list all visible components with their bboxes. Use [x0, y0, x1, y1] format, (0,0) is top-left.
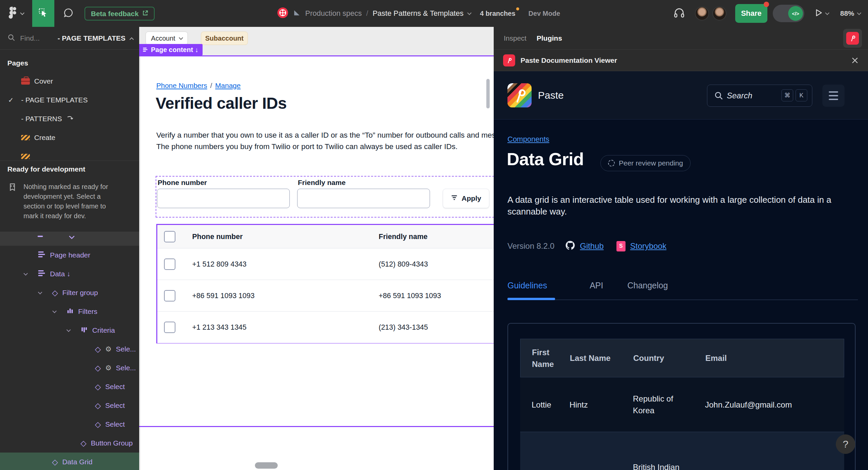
page-item-create[interactable]: Create	[0, 128, 139, 147]
page-item-patterns[interactable]: - PATTERNS	[0, 110, 139, 128]
subaccount-tab[interactable]: Subaccount	[201, 32, 248, 45]
layer-label: Select	[105, 402, 125, 410]
dev-mode-toggle[interactable]: </>	[773, 5, 804, 22]
present-button[interactable]	[814, 8, 823, 19]
status-badge-label: Peer review pending	[619, 159, 683, 167]
audio-call-button[interactable]	[673, 6, 686, 21]
row-checkbox[interactable]	[164, 322, 176, 333]
beta-feedback-button[interactable]: Beta feedback	[85, 7, 155, 21]
grid-cell: British Indian Ocean Territory	[633, 461, 705, 470]
cell-phone-number: +1 512 809 4343	[192, 260, 247, 268]
tab-guidelines[interactable]: Guidelines	[507, 281, 547, 290]
branches-button[interactable]: 4 branches	[480, 10, 516, 18]
page-item-page-templates[interactable]: ✓ - PAGE TEMPLATES	[0, 91, 139, 110]
component-description: A data grid is an interactive table used…	[507, 194, 858, 217]
layer-filter-group[interactable]: ◇ Filter group	[0, 283, 139, 302]
grid-column-country: Country	[633, 352, 705, 364]
figma-logo-icon	[9, 7, 17, 20]
chevron-down-icon[interactable]	[825, 11, 830, 15]
tab-api[interactable]: API	[590, 281, 603, 290]
column-header-phone[interactable]: Phone number	[192, 232, 243, 241]
row-checkbox[interactable]	[164, 290, 176, 301]
selection-label-page-content[interactable]: Page content ↓	[139, 44, 203, 55]
storybook-link[interactable]: Storybook	[630, 241, 666, 251]
phone-number-input[interactable]	[157, 189, 290, 208]
breadcrumb-project[interactable]: Production specs	[305, 9, 362, 18]
column-header-friendly[interactable]: Friendly name	[379, 232, 428, 241]
breadcrumb-link-phone-numbers[interactable]: Phone Numbers	[156, 82, 207, 90]
layer-select[interactable]: ◇ ⚙ Sele...	[0, 340, 139, 358]
close-icon[interactable]	[850, 55, 860, 65]
layer-select[interactable]: ◇ Select	[0, 377, 139, 396]
grid-row[interactable]: Paige Kshlerin British Indian Ocean Terr…	[520, 432, 844, 470]
caret-down-icon[interactable]	[38, 290, 42, 294]
menu-button[interactable]	[823, 85, 844, 107]
comment-tool-button[interactable]	[59, 0, 78, 27]
draft-icon	[293, 9, 301, 18]
grid-row[interactable]: Lottie Hintz Republic of Korea John.Zula…	[520, 377, 844, 432]
share-button[interactable]: Share	[735, 4, 767, 23]
hamburger-icon	[829, 91, 838, 93]
layer-data[interactable]: Data ↓	[0, 265, 139, 283]
layer-data-grid-selected[interactable]: ◇ Data Grid	[0, 452, 139, 470]
layer-button-group[interactable]: ◇ Button Group	[0, 434, 139, 452]
move-tool-button[interactable]	[32, 0, 54, 27]
account-tab[interactable]: Account	[146, 32, 188, 45]
cell-friendly-name: +86 591 1093 1093	[379, 291, 441, 300]
share-label: Share	[741, 9, 761, 18]
chevron-down-icon[interactable]	[467, 11, 471, 15]
layer-select[interactable]: ◇ Select	[0, 396, 139, 415]
layer-page-header[interactable]: Page header	[0, 246, 139, 265]
components-link[interactable]: Components	[507, 135, 549, 144]
table-row[interactable]: +1 512 809 4343 (512) 809-4343	[157, 248, 494, 280]
storybook-icon: S	[616, 241, 625, 252]
canvas-scrollbar[interactable]	[486, 79, 490, 109]
selection-border-bottom	[139, 426, 494, 427]
breadcrumb-file-name[interactable]: Paste Patterns & Templates	[373, 9, 464, 18]
breadcrumb-link-manage[interactable]: Manage	[215, 82, 241, 90]
layer-filters[interactable]: Filters	[0, 302, 139, 321]
resize-drag-handle[interactable]	[255, 462, 278, 469]
caret-down-icon[interactable]	[52, 309, 57, 313]
caret-down-icon[interactable]	[24, 271, 28, 275]
page-item-partial[interactable]	[0, 147, 139, 160]
friendly-name-input[interactable]	[297, 189, 430, 208]
search-input[interactable]	[727, 85, 777, 107]
layer-select[interactable]: ◇ Select	[0, 415, 139, 434]
page-label: - PATTERNS	[21, 115, 62, 123]
apply-button[interactable]: Apply	[443, 189, 489, 208]
layer-label: Filter group	[62, 289, 98, 297]
layer-criteria[interactable]: Criteria	[0, 321, 139, 340]
zoom-control[interactable]: 88%	[840, 9, 861, 18]
find-input[interactable]	[20, 34, 57, 42]
search-box[interactable]: ⌘ K	[707, 85, 812, 107]
page-item-cover[interactable]: Cover	[0, 72, 139, 91]
figma-main-menu[interactable]	[9, 0, 24, 27]
find-bar: - PAGE TEMPLATES	[0, 27, 139, 50]
tab-plugins[interactable]: Plugins	[537, 27, 562, 50]
tab-inspect[interactable]: Inspect	[504, 27, 527, 50]
apply-label: Apply	[462, 195, 481, 202]
layer-select[interactable]: ◇ ⚙ Sele...	[0, 358, 139, 377]
avatar[interactable]	[695, 6, 709, 21]
phone-numbers-table: Phone number Friendly name +1 512 809 43…	[156, 224, 494, 344]
page-selector[interactable]: - PAGE TEMPLATES	[58, 27, 133, 50]
help-button[interactable]: ?	[836, 434, 855, 454]
row-checkbox[interactable]	[164, 259, 176, 270]
design-canvas[interactable]: Account Subaccount Page content ↓ Phone …	[139, 27, 494, 470]
tab-changelog[interactable]: Changelog	[627, 281, 668, 290]
component-diamond-icon: ◇	[95, 382, 101, 391]
layer-row-partial[interactable]	[0, 232, 139, 246]
table-row[interactable]: +86 591 1093 1093 +86 591 1093 1093	[157, 280, 494, 312]
page-label: Create	[34, 134, 55, 142]
table-row[interactable]: +1 213 343 1345 (213) 343-1345	[157, 312, 494, 343]
paste-brand: Paste	[538, 71, 564, 119]
caret-down-icon[interactable]	[66, 328, 71, 332]
select-all-checkbox[interactable]	[164, 231, 176, 242]
avatar[interactable]	[712, 6, 726, 21]
layer-label: Select	[105, 383, 125, 391]
page-description: Verify a number that you own to use it a…	[156, 129, 494, 152]
github-link[interactable]: Github	[580, 241, 604, 251]
active-plugin-button[interactable]	[843, 29, 862, 48]
grid-column-first-name: First Name	[521, 347, 570, 370]
